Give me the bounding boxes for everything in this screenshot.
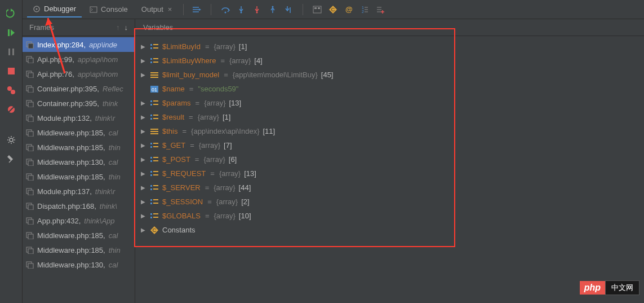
svg-rect-122 xyxy=(150,213,152,215)
expand-arrow-icon[interactable]: ▶ xyxy=(140,114,146,120)
stack-frame-icon xyxy=(26,158,34,166)
frame-row[interactable]: Index.php:284, app\inde xyxy=(23,37,135,52)
frames-header-label: Frames xyxy=(29,23,54,32)
frame-row[interactable]: Container.php:395, think xyxy=(23,96,135,111)
variable-row[interactable]: ▶$_SERVER = {array} [44] xyxy=(137,181,642,195)
frame-row[interactable]: Dispatch.php:168, think\ xyxy=(23,199,135,213)
var-name: $_POST xyxy=(162,155,190,164)
svg-rect-2 xyxy=(12,49,14,55)
settings-button[interactable] xyxy=(6,134,17,146)
variable-row[interactable]: ▶$_SESSION = {array} [2] xyxy=(137,195,642,209)
tab-debugger-label: Debugger xyxy=(44,5,76,13)
expand-arrow-icon[interactable]: ▶ xyxy=(140,213,146,219)
add-watch-button[interactable] xyxy=(375,5,385,15)
var-type-icon xyxy=(150,56,159,65)
expand-arrow-icon[interactable]: ▶ xyxy=(140,156,146,163)
svg-rect-19 xyxy=(90,7,97,12)
svg-rect-107 xyxy=(150,160,152,162)
frame-row[interactable]: Api.php:76, app\api\hom xyxy=(23,67,135,81)
frame-row[interactable]: Container.php:395, Reflec xyxy=(23,81,135,96)
variable-row[interactable]: ▶$_POST = {array} [6] xyxy=(137,152,642,166)
expand-arrow-icon[interactable]: ▶ xyxy=(140,72,146,78)
stack-frame-icon xyxy=(26,85,34,93)
step-into-button[interactable] xyxy=(236,5,246,15)
tab-console[interactable]: Console xyxy=(84,2,134,17)
var-count: [13] xyxy=(244,169,256,178)
expand-arrow-icon[interactable]: ▶ xyxy=(140,100,146,106)
expand-arrow-icon[interactable]: ▶ xyxy=(140,170,146,177)
frame-row[interactable]: Middleware.php:130, cal xyxy=(23,257,135,272)
expand-arrow-icon[interactable]: ▶ xyxy=(140,199,146,205)
rerun-button[interactable] xyxy=(6,8,17,19)
var-type-icon xyxy=(150,99,159,108)
variable-row[interactable]: ▶CConstants xyxy=(137,223,642,237)
frame-row[interactable]: Middleware.php:185, cal xyxy=(23,125,135,140)
frame-path: thin xyxy=(109,143,121,152)
frames-down-button[interactable]: ↓ xyxy=(125,23,128,32)
frame-row[interactable]: Middleware.php:185, thin xyxy=(23,140,135,155)
var-type-icon: 01 xyxy=(150,85,159,94)
frame-file: Dispatch.php:168, xyxy=(37,202,96,210)
frame-row[interactable]: Api.php:99, app\api\hom xyxy=(23,52,135,67)
expand-arrow-icon[interactable]: ▶ xyxy=(140,43,146,50)
mute-breakpoints-button[interactable] xyxy=(6,104,17,115)
variable-row[interactable]: ▶$_REQUEST = {array} [13] xyxy=(137,166,642,181)
frame-path: think\r xyxy=(95,187,115,196)
pause-button[interactable] xyxy=(6,46,17,58)
tab-output[interactable]: Output × xyxy=(136,2,178,17)
svg-text:2: 2 xyxy=(362,10,364,14)
var-name: Constants xyxy=(162,226,196,234)
svg-line-14 xyxy=(13,142,14,143)
variable-row[interactable]: ▶$params = {array} [13] xyxy=(137,96,642,110)
variable-row[interactable]: ▶$this = {app\index\api\Index} [11] xyxy=(137,124,642,138)
resume-button[interactable] xyxy=(6,27,17,38)
stack-frame-icon xyxy=(26,143,34,151)
variable-row[interactable]: ▶$GLOBALS = {array} [10] xyxy=(137,209,642,223)
frame-path: cal xyxy=(109,261,118,269)
var-type: {array} xyxy=(214,183,235,192)
stop-button[interactable] xyxy=(6,65,17,77)
frame-path: cal xyxy=(109,231,118,240)
close-icon[interactable]: × xyxy=(168,5,172,14)
frame-row[interactable]: Middleware.php:185, thin xyxy=(23,243,135,257)
expand-arrow-icon[interactable]: ▶ xyxy=(140,142,146,148)
variable-row[interactable]: ▶$result = {array} [1] xyxy=(137,110,642,124)
frame-path: app\api\hom xyxy=(78,55,118,64)
frames-up-button[interactable]: ↑ xyxy=(116,23,120,32)
svg-point-5 xyxy=(11,90,15,94)
frame-row[interactable]: Module.php:132, think\r xyxy=(23,111,135,125)
frame-row[interactable]: Middleware.php:185, cal xyxy=(23,228,135,243)
step-over-button[interactable] xyxy=(220,5,230,15)
stack-frame-icon xyxy=(26,187,34,195)
sort-button[interactable]: 12 xyxy=(359,5,370,15)
at-button[interactable]: @ xyxy=(344,5,354,15)
svg-rect-53 xyxy=(28,87,33,93)
tab-output-label: Output xyxy=(141,5,163,14)
frame-row[interactable]: Module.php:137, think\r xyxy=(23,184,135,199)
variable-row[interactable]: ▶$_GET = {array} [7] xyxy=(137,138,642,152)
variable-row[interactable]: ▶$LimitBuyId = {array} [1] xyxy=(137,39,642,54)
show-execution-point-button[interactable] xyxy=(192,5,202,15)
trace-button[interactable]: C xyxy=(328,5,338,15)
variable-row[interactable]: ▶$LimitBuyWhere = {array} [4] xyxy=(137,54,642,68)
variable-row[interactable]: 01$name = "seconds59" xyxy=(137,82,642,96)
svg-rect-67 xyxy=(28,190,33,195)
pin-button[interactable] xyxy=(6,153,17,165)
frame-row[interactable]: Middleware.php:130, cal xyxy=(23,155,135,169)
stack-frame-icon xyxy=(26,261,34,269)
evaluate-expression-button[interactable] xyxy=(312,5,322,15)
expand-arrow-icon[interactable]: ▶ xyxy=(140,185,146,191)
force-step-into-button[interactable] xyxy=(252,5,262,15)
tab-debugger[interactable]: Debugger xyxy=(27,1,82,17)
run-to-cursor-button[interactable] xyxy=(283,5,294,15)
view-breakpoints-button[interactable] xyxy=(6,85,17,96)
frame-row[interactable]: App.php:432, think\App xyxy=(23,213,135,228)
variable-row[interactable]: ▶$limit_buy_model = {app\item\model\Limi… xyxy=(137,68,642,82)
step-out-button[interactable] xyxy=(268,5,278,15)
svg-rect-55 xyxy=(28,102,33,107)
expand-arrow-icon[interactable]: ▶ xyxy=(140,58,146,64)
expand-arrow-icon[interactable]: ▶ xyxy=(140,227,146,233)
expand-arrow-icon[interactable]: ▶ xyxy=(140,128,146,134)
frame-row[interactable]: Middleware.php:185, thin xyxy=(23,169,135,184)
var-name: $_SESSION xyxy=(162,197,203,206)
